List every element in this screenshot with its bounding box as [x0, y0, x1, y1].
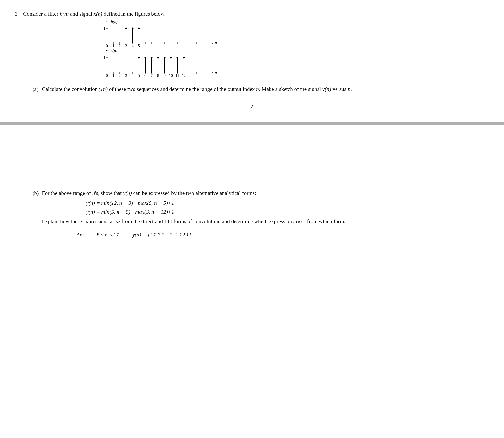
tick-label: 8 — [157, 73, 159, 78]
xn-symbol: x(n) — [94, 11, 102, 17]
plot-h-axis-ticks: 012345 — [106, 27, 203, 47]
answer-range: 8 ≤ n ≤ 17 , — [97, 231, 122, 239]
tick-label: 4 — [132, 73, 134, 78]
data-point — [145, 57, 146, 58]
part-b-body: For the above range of n's, show that y(… — [42, 189, 489, 239]
tick-label: 7 — [151, 73, 153, 78]
answer-values: y(n) = [1 2 3 3 3 3 3 3 2 1] — [133, 231, 191, 239]
data-point — [138, 57, 140, 58]
plot-h: h(n) 1 n 012345 — [102, 20, 220, 47]
part-b-mid: 's, show that — [95, 190, 123, 196]
hn-symbol: h(n) — [60, 11, 69, 17]
tick-label: 1 — [112, 73, 114, 78]
problem-intro: 3. Consider a filter h(n) and signal x(n… — [15, 10, 489, 80]
data-point — [138, 27, 140, 29]
plot-h-ylabel: 1 — [103, 26, 105, 30]
figures-container: h(n) 1 n 012345 x(n) 1 — [23, 20, 489, 78]
tick-label: 3 — [125, 73, 127, 78]
part-a-letter: (a) — [33, 85, 42, 93]
tick-label: 6 — [144, 73, 146, 78]
data-point — [125, 27, 127, 29]
tick-label: 9 — [164, 73, 166, 78]
plot-h-title: h(n) — [111, 20, 118, 24]
data-point — [132, 27, 134, 29]
plot-x-title: x(n) — [111, 48, 117, 53]
problem-text: Consider a filter h(n) and signal x(n) d… — [23, 10, 489, 80]
tick-label: 0 — [106, 73, 108, 78]
part-a-yn: y(n) — [99, 86, 108, 92]
tick-label: 10 — [169, 73, 173, 78]
tick-label: 2 — [119, 73, 121, 78]
part-b: (b) For the above range of n's, show tha… — [33, 189, 489, 239]
data-point — [151, 57, 153, 58]
part-b-yn: y(n) — [123, 190, 132, 196]
part-a: (a) Calculate the convolution y(n) of th… — [33, 85, 489, 93]
tick-label: 3 — [125, 44, 127, 47]
page-divider — [0, 122, 504, 125]
part-a-n: n — [256, 86, 259, 92]
part-a-mid: of these two sequences and determine the… — [108, 86, 256, 92]
part-b-letter: (b) — [33, 189, 42, 239]
tick-label: 5 — [138, 73, 140, 78]
part-b-equations: y(n) = min(12, n − 3)− max(5, n − 5)+1 y… — [42, 199, 489, 216]
tick-label: 11 — [175, 73, 179, 78]
part-b-eq1: y(n) = min(12, n − 3)− max(5, n − 5)+1 — [86, 199, 489, 207]
plot-x-ylabel: 1 — [103, 55, 105, 60]
plot-x-axis-var: n — [215, 70, 217, 75]
part-b-prefix: For the above range of — [42, 190, 92, 196]
tick-label: 12 — [182, 73, 186, 78]
intro-suffix: defined in the figures below. — [102, 11, 165, 17]
answer-label: Ans. — [76, 231, 86, 239]
part-a-text: Calculate the convolution y(n) of these … — [42, 85, 489, 93]
intro-prefix: Consider a filter — [23, 11, 60, 17]
part-b-eq2: y(n) = min(5, n − 5)− max(3, n − 12)+1 — [86, 208, 489, 216]
problem-number: 3. — [15, 10, 23, 80]
part-b-suffix: can be expressed by the two alternative … — [132, 190, 256, 196]
data-point — [183, 57, 185, 58]
part-a-n2: n — [348, 86, 350, 92]
page-gap — [15, 125, 489, 184]
part-a-s3: . — [350, 86, 352, 92]
part-b-n: n — [92, 190, 95, 196]
part-a-s2: versus — [331, 86, 348, 92]
data-point — [157, 57, 159, 58]
tick-label: 4 — [132, 44, 134, 47]
plot-h-axis-var: n — [215, 41, 217, 45]
data-point — [164, 57, 166, 58]
part-b-line1: For the above range of n's, show that y(… — [42, 189, 489, 197]
plot-x: x(n) 1 n 0123456789101112 — [102, 48, 220, 78]
tick-label: 0 — [106, 44, 108, 47]
part-a-s1: . Make a sketch of the signal — [259, 86, 322, 92]
page-number: 2 — [15, 103, 489, 110]
data-point — [177, 57, 178, 58]
tick-label: 5 — [138, 44, 140, 47]
part-a-yn2: y(n) — [322, 86, 331, 92]
part-a-prefix: Calculate the convolution — [42, 86, 99, 92]
intro-mid: and signal — [69, 11, 94, 17]
tick-label: 2 — [119, 44, 121, 47]
tick-label: 1 — [112, 44, 114, 47]
data-point — [170, 57, 172, 58]
answer-row: Ans. 8 ≤ n ≤ 17 , y(n) = [1 2 3 3 3 3 3 … — [42, 231, 489, 239]
plot-x-axis-ticks: 0123456789101112 — [106, 57, 203, 78]
part-b-line2: Explain how these expressions arise from… — [42, 218, 489, 225]
